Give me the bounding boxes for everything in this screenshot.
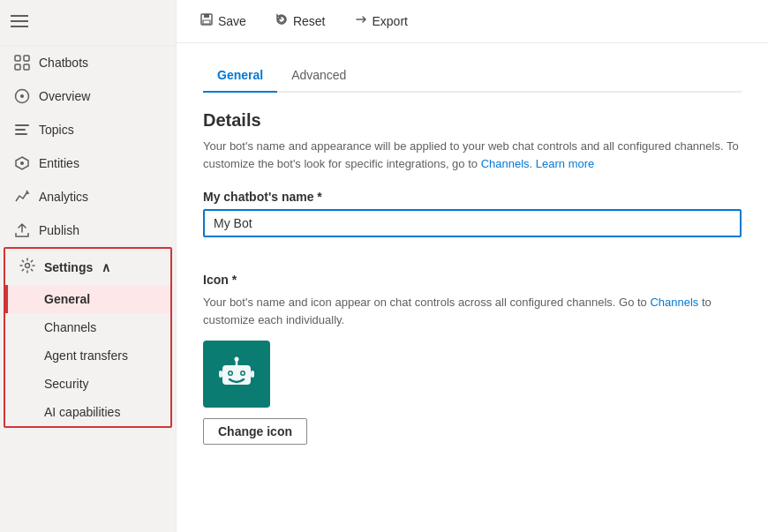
- details-desc-text: Your bot's name and appearance will be a…: [203, 139, 739, 170]
- sidebar-item-settings[interactable]: Settings ∧: [5, 249, 170, 285]
- svg-point-12: [20, 161, 24, 165]
- channels-link-1[interactable]: Channels: [481, 157, 530, 170]
- svg-rect-11: [15, 133, 27, 135]
- sidebar-subitem-channels[interactable]: Channels: [5, 313, 170, 341]
- reset-icon: [275, 12, 289, 30]
- sidebar-subitem-ai-capabilities-label: AI capabilities: [44, 405, 120, 419]
- tab-general[interactable]: General: [203, 61, 277, 93]
- channels-link-2[interactable]: Channels: [650, 296, 698, 309]
- sidebar-item-publish-label: Publish: [39, 223, 162, 237]
- settings-group: Settings ∧ General Channels Agent transf…: [4, 247, 172, 428]
- svg-point-19: [235, 357, 239, 362]
- toolbar: Save Reset Export: [177, 0, 768, 43]
- icon-section-description: Your bot's name and icon appear on chat …: [203, 294, 742, 328]
- svg-rect-9: [15, 124, 29, 126]
- svg-rect-0: [11, 15, 28, 17]
- bot-icon-svg: [217, 355, 256, 393]
- sidebar-item-publish[interactable]: Publish: [0, 214, 176, 247]
- sidebar-item-overview[interactable]: Overview: [0, 79, 176, 113]
- save-icon: [200, 12, 214, 30]
- sidebar-item-analytics[interactable]: Analytics: [0, 180, 176, 214]
- svg-rect-25: [251, 371, 254, 378]
- reset-label: Reset: [293, 14, 326, 28]
- export-icon: [354, 12, 368, 30]
- chevron-up-icon: ∧: [102, 260, 110, 274]
- svg-point-8: [20, 94, 24, 98]
- sidebar-item-entities[interactable]: Entities: [0, 146, 176, 180]
- topics-icon: [14, 122, 30, 138]
- sidebar-item-settings-label: Settings: [44, 260, 93, 274]
- sidebar-item-overview-label: Overview: [39, 89, 162, 103]
- sidebar-subitem-channels-label: Channels: [44, 320, 96, 334]
- change-icon-button[interactable]: Change icon: [203, 418, 307, 445]
- sidebar-item-topics-label: Topics: [39, 123, 162, 137]
- details-title: Details: [203, 110, 742, 131]
- chatbot-name-input[interactable]: [203, 209, 742, 237]
- sidebar-item-topics[interactable]: Topics: [0, 113, 176, 146]
- change-icon-label: Change icon: [218, 424, 292, 438]
- tab-general-label: General: [217, 68, 263, 82]
- tab-advanced[interactable]: Advanced: [277, 61, 360, 93]
- learn-more-link[interactable]: Learn more: [536, 157, 594, 170]
- svg-point-23: [242, 372, 245, 375]
- sidebar-subitem-general[interactable]: General: [5, 285, 170, 313]
- export-button[interactable]: Export: [349, 9, 413, 34]
- settings-gear-icon: [19, 258, 35, 276]
- content-area: General Advanced Details Your bot's name…: [177, 43, 768, 532]
- svg-point-22: [230, 372, 232, 375]
- analytics-icon: [14, 189, 30, 205]
- sidebar: Chatbots Overview Topics: [0, 0, 177, 532]
- sidebar-item-chatbots-label: Chatbots: [39, 56, 162, 70]
- main-content: Save Reset Export General: [177, 0, 768, 532]
- bot-icon-preview: [203, 341, 270, 408]
- sidebar-item-analytics-label: Analytics: [39, 190, 162, 204]
- details-description: Your bot's name and appearance will be a…: [203, 138, 742, 172]
- sidebar-subitem-general-label: General: [44, 292, 90, 306]
- reset-button[interactable]: Reset: [269, 9, 331, 34]
- svg-rect-1: [11, 20, 28, 22]
- save-label: Save: [218, 14, 246, 28]
- overview-icon: [14, 88, 30, 104]
- grid-icon: [14, 55, 30, 71]
- svg-rect-3: [15, 56, 20, 61]
- sidebar-subitem-security-label: Security: [44, 377, 89, 391]
- name-field-label: My chatbot's name *: [203, 190, 742, 204]
- icon-desc-text: Your bot's name and icon appear on chat …: [203, 296, 647, 309]
- tab-advanced-label: Advanced: [291, 68, 346, 82]
- svg-rect-16: [203, 20, 210, 24]
- tabs-container: General Advanced: [203, 61, 742, 93]
- svg-point-13: [26, 264, 30, 268]
- sidebar-item-chatbots[interactable]: Chatbots: [0, 46, 176, 79]
- svg-rect-2: [11, 26, 28, 27]
- sidebar-item-entities-label: Entities: [39, 156, 162, 170]
- icon-section-title: Icon *: [203, 273, 742, 287]
- publish-icon: [14, 222, 30, 238]
- sidebar-subitem-agent-transfers-label: Agent transfers: [44, 348, 128, 363]
- sidebar-header[interactable]: [0, 0, 176, 46]
- svg-rect-10: [15, 129, 26, 131]
- svg-rect-4: [24, 56, 29, 61]
- entities-icon: [14, 155, 30, 171]
- svg-rect-5: [15, 64, 20, 70]
- svg-rect-15: [204, 14, 209, 18]
- export-label: Export: [373, 14, 408, 28]
- sidebar-subitem-agent-transfers[interactable]: Agent transfers: [5, 341, 170, 370]
- icon-section: Icon * Your bot's name and icon appear o…: [203, 273, 742, 445]
- hamburger-icon[interactable]: [11, 12, 165, 33]
- sidebar-subitem-security[interactable]: Security: [5, 370, 170, 398]
- svg-rect-24: [219, 371, 222, 378]
- save-button[interactable]: Save: [194, 9, 252, 34]
- svg-rect-6: [24, 64, 29, 70]
- sidebar-subitem-ai-capabilities[interactable]: AI capabilities: [5, 398, 170, 426]
